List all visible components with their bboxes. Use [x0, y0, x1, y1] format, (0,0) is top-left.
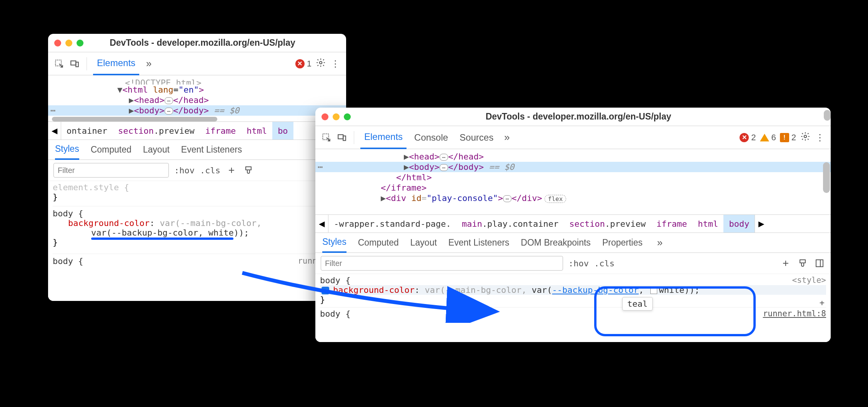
crumb-body[interactable]: body	[723, 215, 755, 233]
dom-line-selected[interactable]: ⋯▶<body>⋯</body> == $0	[315, 162, 831, 172]
svg-rect-6	[338, 135, 343, 139]
error-icon: ✕	[295, 59, 305, 68]
subtab-styles[interactable]: Styles	[322, 233, 347, 253]
message-icon: !	[780, 133, 789, 142]
crumb-prev-icon[interactable]: ◀	[48, 122, 61, 140]
crumb-prev-icon[interactable]: ◀	[315, 215, 328, 233]
tab-sources[interactable]: Sources	[456, 127, 497, 148]
message-badge[interactable]: !2	[780, 133, 796, 143]
error-badge[interactable]: ✕2	[740, 133, 756, 143]
tooltip: teal	[622, 297, 653, 311]
subtab-event-listeners[interactable]: Event Listeners	[181, 140, 242, 159]
close-icon[interactable]	[322, 113, 328, 120]
dom-line[interactable]: ▶<div id="play-console">⋯</div>flex	[315, 193, 831, 203]
v-scrollbar[interactable]	[824, 108, 831, 125]
filter-input[interactable]	[321, 256, 563, 271]
kebab-icon[interactable]: ⋮	[330, 58, 341, 69]
rule-source[interactable]: runner.html:8	[763, 309, 826, 318]
error-icon: ✕	[740, 133, 749, 142]
tab-elements[interactable]: Elements	[360, 126, 407, 149]
subtab-properties[interactable]: Properties	[602, 233, 643, 252]
dom-line-selected[interactable]: ⋯▶<body>⋯</body> == $0	[48, 105, 346, 116]
dom-line[interactable]: </html>	[315, 172, 831, 183]
brush-icon[interactable]	[243, 164, 254, 176]
h-scrollbar[interactable]	[52, 117, 217, 121]
subtab-layout[interactable]: Layout	[410, 233, 437, 252]
crumb-section[interactable]: section.preview	[113, 122, 200, 140]
device-icon[interactable]	[336, 132, 348, 143]
gear-icon[interactable]	[315, 58, 326, 70]
crumb-section[interactable]: section.preview	[564, 215, 651, 233]
crumb-html[interactable]: html	[692, 215, 723, 233]
svg-point-8	[804, 135, 807, 138]
v-scrollbar[interactable]	[823, 151, 830, 212]
dom-line: <!DOCTYPE html>	[48, 78, 346, 85]
error-badge[interactable]: ✕ 1	[295, 59, 312, 69]
svg-point-3	[320, 61, 322, 64]
dom-tree[interactable]: ▶<head>⋯</head> ⋯▶<body>⋯</body> == $0 <…	[315, 149, 831, 214]
device-icon[interactable]	[69, 58, 80, 70]
kebab-icon[interactable]: ⋮	[815, 132, 825, 143]
subtab-layout[interactable]: Layout	[143, 140, 170, 159]
new-rule-icon[interactable]: +	[780, 257, 791, 269]
element-style-cut: element.style {	[53, 183, 342, 192]
new-rule-icon[interactable]: +	[226, 164, 237, 176]
close-icon[interactable]	[54, 40, 61, 47]
crumb-iframe[interactable]: iframe	[200, 122, 241, 140]
warning-badge[interactable]: 6	[760, 133, 776, 143]
dom-line[interactable]: ▶<head>⋯</head>	[315, 151, 831, 162]
more-tabs-icon[interactable]: »	[143, 58, 155, 70]
subtab-computed[interactable]: Computed	[91, 140, 132, 159]
filter-input[interactable]	[53, 163, 169, 178]
css-declaration[interactable]: background-color: var(--main-bg-color,	[53, 218, 342, 228]
breadcrumb: ◀ -wrapper.standard-page. main.play.cont…	[315, 214, 831, 233]
devtools-toolbar: Elements » ✕ 1 ⋮	[48, 52, 346, 75]
more-subtabs-icon[interactable]: »	[654, 237, 666, 249]
tab-console[interactable]: Console	[410, 127, 452, 148]
add-property-icon[interactable]: +	[820, 298, 825, 307]
dom-line[interactable]: </iframe>	[315, 183, 831, 193]
subtab-computed[interactable]: Computed	[358, 233, 399, 252]
crumb-container[interactable]: ontainer	[61, 122, 113, 140]
cls-toggle[interactable]: .cls	[594, 259, 615, 268]
styles-subtabs: Styles Computed Layout Event Listeners D…	[315, 233, 831, 253]
flex-badge[interactable]: flex	[545, 195, 566, 203]
divider	[354, 131, 354, 144]
css-value-line2[interactable]: var(--backup-bg-color, white));	[53, 228, 342, 238]
brush-icon[interactable]	[797, 257, 808, 269]
crumb-wrapper[interactable]: -wrapper.standard-page.	[328, 215, 456, 233]
more-tabs-icon[interactable]: »	[501, 132, 513, 143]
hov-toggle[interactable]: :hov	[568, 259, 589, 268]
subtab-event-listeners[interactable]: Event Listeners	[448, 233, 510, 252]
crumb-html[interactable]: html	[241, 122, 272, 140]
styles-pane[interactable]: element.style { } <st body { background-…	[48, 181, 346, 301]
styles-filter-row: :hov .cls +	[315, 253, 831, 274]
styles-filter-row: :hov .cls +	[48, 160, 346, 181]
cls-toggle[interactable]: .cls	[200, 166, 220, 175]
hov-toggle[interactable]: :hov	[174, 166, 195, 175]
crumb-next-icon[interactable]: ▶	[755, 215, 768, 233]
tab-elements[interactable]: Elements	[93, 52, 139, 75]
dom-tree[interactable]: <!DOCTYPE html> ▼<html lang="en"> ▶<head…	[48, 75, 346, 121]
inspect-icon[interactable]	[53, 58, 65, 70]
crumb-iframe[interactable]: iframe	[651, 215, 692, 233]
devtools-window-1: DevTools - developer.mozilla.org/en-US/p…	[48, 34, 346, 301]
rule-body[interactable]: <style> body {	[320, 276, 826, 285]
crumb-main[interactable]: main.play.container	[456, 215, 564, 233]
breadcrumb: ◀ ontainer section.preview iframe html b…	[48, 121, 346, 140]
rule-body2[interactable]: runner.ht body {	[53, 256, 342, 266]
inspect-icon[interactable]	[321, 132, 332, 143]
rule-body[interactable]: <st body {	[53, 209, 342, 218]
dom-line[interactable]: ▶<head>⋯</head>	[48, 95, 346, 105]
crumb-body[interactable]: bo	[272, 122, 293, 140]
gear-icon[interactable]	[800, 131, 811, 144]
property-checkbox[interactable]: ✓	[322, 287, 329, 294]
styles-subtabs: Styles Computed Layout Event Listeners	[48, 140, 346, 160]
devtools-toolbar: Elements Console Sources » ✕2 6 !2 ⋮	[315, 126, 831, 149]
dom-line[interactable]: ▼<html lang="en">	[48, 85, 346, 95]
warning-icon	[760, 134, 769, 141]
computed-panel-icon[interactable]	[814, 257, 825, 269]
rule-source[interactable]: <style>	[792, 276, 826, 285]
subtab-dom-breakpoints[interactable]: DOM Breakpoints	[521, 233, 591, 252]
subtab-styles[interactable]: Styles	[55, 140, 79, 160]
